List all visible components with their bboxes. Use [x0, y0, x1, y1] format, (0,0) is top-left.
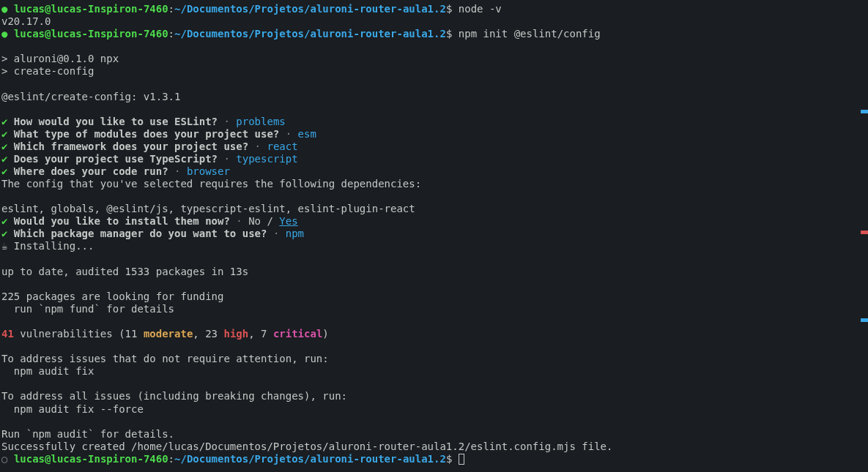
question-line: ✔ How would you like to use ESLint? · pr… [1, 116, 867, 128]
cwd-path: ~/Documentos/Projetos/aluroni-router-aul… [174, 28, 446, 40]
status-bullet: ○ [1, 453, 7, 465]
output-line: Run `npm audit` for details. [1, 428, 867, 441]
answer-text: Yes [279, 215, 297, 227]
scroll-mark [861, 231, 868, 234]
output-line: Successfully created /home/lucas/Documen… [1, 441, 867, 453]
answer-text: browser [187, 165, 230, 177]
user-host: lucas@lucas-Inspiron-7460 [14, 28, 168, 40]
answer-text: problems [236, 116, 285, 127]
scrollbar[interactable] [861, 0, 868, 472]
output-line: v20.17.0 [1, 15, 867, 28]
scroll-mark [861, 318, 868, 322]
command-text: node -v [452, 3, 501, 15]
prompt-line-3[interactable]: ○ lucas@lucas-Inspiron-7460:~/Documentos… [1, 453, 867, 465]
output-line: run `npm fund` for details [1, 303, 867, 315]
output-line: To address all issues (including breakin… [1, 390, 867, 402]
question-line: ✔ Which package manager do you want to u… [1, 228, 867, 240]
cwd-path: ~/Documentos/Projetos/aluroni-router-aul… [174, 453, 446, 465]
output-line: npm audit fix [1, 365, 867, 378]
output-line: up to date, audited 1533 packages in 13s [1, 266, 867, 278]
user-host: lucas@lucas-Inspiron-7460 [14, 453, 168, 465]
output-line: To address issues that do not require at… [1, 353, 867, 365]
vulnerability-line: 41 vulnerabilities (11 moderate, 23 high… [1, 328, 867, 340]
terminal-output[interactable]: ● lucas@lucas-Inspiron-7460:~/Documentos… [1, 3, 867, 465]
output-line: > aluroni@0.1.0 npx [1, 53, 867, 65]
question-line: ✔ Which framework does your project use?… [1, 141, 867, 153]
output-line: eslint, globals, @eslint/js, typescript-… [1, 203, 867, 215]
question-line: ✔ What type of modules does your project… [1, 128, 867, 141]
user-host: lucas@lucas-Inspiron-7460 [14, 3, 168, 15]
output-line: The config that you've selected requires… [1, 178, 867, 190]
question-line: ✔ Where does your code run? · browser [1, 165, 867, 178]
output-line: @eslint/create-config: v1.3.1 [1, 91, 867, 103]
status-bullet: ● [1, 28, 7, 40]
cursor-icon[interactable] [459, 454, 464, 465]
scroll-mark [861, 110, 868, 113]
answer-text: npm [286, 228, 304, 239]
answer-text: react [267, 141, 297, 152]
output-line: > create-config [1, 65, 867, 78]
question-line: ✔ Does your project use TypeScript? · ty… [1, 153, 867, 165]
command-text: npm init @eslint/config [452, 28, 600, 40]
output-line: npm audit fix --force [1, 403, 867, 416]
output-line: 225 packages are looking for funding [1, 291, 867, 303]
cwd-path: ~/Documentos/Projetos/aluroni-router-aul… [174, 3, 446, 15]
output-line: ☕ Installing... [1, 240, 867, 252]
answer-text: esm [298, 128, 316, 140]
status-bullet: ● [1, 3, 7, 15]
answer-text: typescript [236, 153, 297, 165]
prompt-line-1: ● lucas@lucas-Inspiron-7460:~/Documentos… [1, 3, 867, 15]
prompt-line-2: ● lucas@lucas-Inspiron-7460:~/Documentos… [1, 28, 867, 40]
question-line: ✔ Would you like to install them now? · … [1, 215, 867, 228]
